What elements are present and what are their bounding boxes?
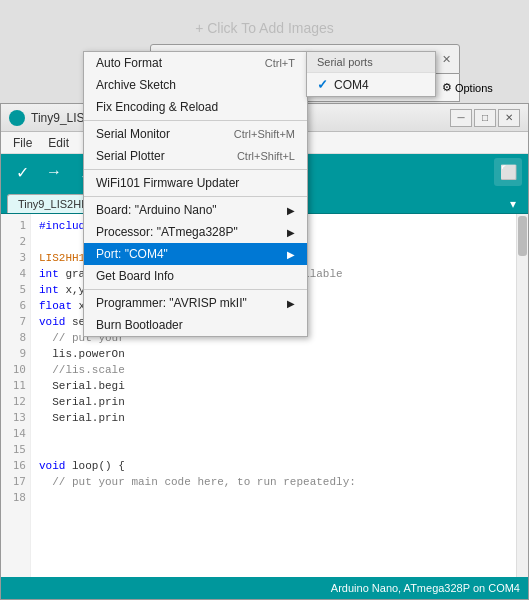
status-text: Arduino Nano, ATmega328P on COM4 — [331, 582, 520, 594]
com4-item[interactable]: ✓ COM4 — [307, 73, 435, 96]
scrollbar-thumb[interactable] — [518, 216, 527, 256]
menu-processor[interactable]: Processor: "ATmega328P" ▶ — [84, 221, 307, 243]
menu-port[interactable]: Port: "COM4" ▶ — [84, 243, 307, 265]
menu-serial-monitor[interactable]: Serial Monitor Ctrl+Shift+M — [84, 123, 307, 145]
snip-options-button[interactable]: ⚙ Options — [438, 79, 497, 96]
wifi101-label: WiFi101 Firmware Updater — [96, 176, 239, 190]
menu-burn-bootloader[interactable]: Burn Bootloader — [84, 314, 307, 336]
serial-monitor-button[interactable]: ⬜ — [494, 158, 522, 186]
options-icon: ⚙ — [442, 81, 452, 94]
check-mark: ✓ — [317, 77, 328, 92]
menu-get-board-info[interactable]: Get Board Info — [84, 265, 307, 287]
close-button[interactable]: ✕ — [498, 109, 520, 127]
auto-format-label: Auto Format — [96, 56, 162, 70]
serial-monitor-label: Serial Monitor — [96, 127, 170, 141]
com4-label: COM4 — [334, 78, 369, 92]
upload-button[interactable]: → — [39, 158, 69, 186]
port-arrow: ▶ — [287, 249, 295, 260]
statusbar: Arduino Nano, ATmega328P on COM4 — [1, 577, 528, 599]
menu-auto-format[interactable]: Auto Format Ctrl+T — [84, 52, 307, 74]
separator-1 — [84, 120, 307, 121]
tools-dropdown[interactable]: Auto Format Ctrl+T Archive Sketch Fix En… — [83, 51, 308, 337]
processor-label: Processor: "ATmega328P" — [96, 225, 238, 239]
menu-file[interactable]: File — [5, 134, 40, 152]
minimize-button[interactable]: ─ — [450, 109, 472, 127]
burn-bootloader-label: Burn Bootloader — [96, 318, 183, 332]
tab-arrow[interactable]: ▾ — [504, 195, 522, 213]
snipping-close-button[interactable]: ✕ — [439, 52, 453, 66]
menu-archive-sketch[interactable]: Archive Sketch — [84, 74, 307, 96]
maximize-button[interactable]: □ — [474, 109, 496, 127]
separator-3 — [84, 196, 307, 197]
snip-options-label: Options — [455, 82, 493, 94]
board-arrow: ▶ — [287, 205, 295, 216]
board-label: Board: "Arduino Nano" — [96, 203, 217, 217]
programmer-label: Programmer: "AVRISP mkII" — [96, 296, 247, 310]
separator-2 — [84, 169, 307, 170]
code-scrollbar[interactable] — [516, 214, 528, 577]
serial-monitor-shortcut: Ctrl+Shift+M — [234, 128, 295, 140]
line-numbers: 123456789101112131415161718 — [1, 214, 31, 577]
window-controls: ─ □ ✕ — [450, 109, 520, 127]
fix-encoding-label: Fix Encoding & Reload — [96, 100, 218, 114]
menu-serial-plotter[interactable]: Serial Plotter Ctrl+Shift+L — [84, 145, 307, 167]
auto-format-shortcut: Ctrl+T — [265, 57, 295, 69]
menu-edit[interactable]: Edit — [40, 134, 77, 152]
serial-plotter-shortcut: Ctrl+Shift+L — [237, 150, 295, 162]
menu-wifi101[interactable]: WiFi101 Firmware Updater — [84, 172, 307, 194]
submenu-header: Serial ports — [307, 52, 435, 73]
menu-board[interactable]: Board: "Arduino Nano" ▶ — [84, 199, 307, 221]
port-label: Port: "COM4" — [96, 247, 168, 261]
separator-4 — [84, 289, 307, 290]
arduino-icon — [9, 110, 25, 126]
serial-submenu[interactable]: Serial ports ✓ COM4 — [306, 51, 436, 97]
programmer-arrow: ▶ — [287, 298, 295, 309]
verify-button[interactable]: ✓ — [7, 158, 37, 186]
archive-sketch-label: Archive Sketch — [96, 78, 176, 92]
serial-plotter-label: Serial Plotter — [96, 149, 165, 163]
menu-fix-encoding[interactable]: Fix Encoding & Reload — [84, 96, 307, 118]
processor-arrow: ▶ — [287, 227, 295, 238]
get-board-info-label: Get Board Info — [96, 269, 174, 283]
menu-programmer[interactable]: Programmer: "AVRISP mkII" ▶ — [84, 292, 307, 314]
